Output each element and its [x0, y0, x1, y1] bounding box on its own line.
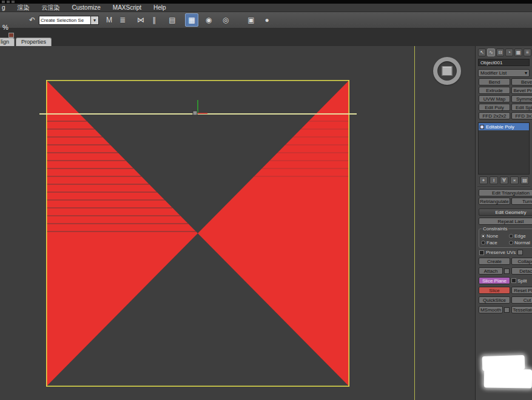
- constraints-label: Constraints: [482, 226, 508, 232]
- modifier-button-extrude[interactable]: Extrude: [479, 87, 510, 94]
- retriangulate-button[interactable]: Retriangulate: [479, 198, 510, 205]
- modifier-button-ffd2x2x2[interactable]: FFD 2x2x2: [479, 112, 510, 119]
- menu-item-help[interactable]: Help: [153, 4, 166, 11]
- menu-item-cut[interactable]: g: [2, 4, 5, 11]
- command-panel: ↖ ∿ ⊟ ◔ ▦ ≡ Object001 Modifier List ▾ Be…: [475, 46, 532, 400]
- preserve-uvs-checkbox[interactable]: [479, 250, 484, 255]
- modifier-button-ffd3x3x3[interactable]: FFD 3x3x3: [511, 112, 532, 119]
- dropdown-arrow-icon[interactable]: ▾: [91, 16, 99, 25]
- pin-stack-icon[interactable]: ⌖: [479, 176, 488, 184]
- mini-toolbar-icon[interactable]: [8, 33, 14, 38]
- constraint-normal-radio[interactable]: Normal: [509, 240, 532, 245]
- window-icon: [12, 1, 15, 3]
- main-toolbar: ↶ Create Selection Se ▾ M ≣ ⋈ ∥ ▤ ▦ ◉ ◎ …: [0, 12, 532, 28]
- constraints-group: Constraints None Edge Face Normal: [479, 228, 532, 248]
- preserve-uvs-settings-button[interactable]: [517, 250, 523, 255]
- tab-properties[interactable]: Properties: [16, 38, 52, 46]
- msmooth-button[interactable]: MSmooth: [479, 306, 503, 313]
- window-icon: [7, 1, 10, 3]
- create-tab-icon[interactable]: ↖: [478, 48, 486, 56]
- radio-icon: [509, 241, 513, 245]
- edit-geometry-rollout-header[interactable]: Edit Geometry: [479, 208, 532, 216]
- named-selection-set-dropdown[interactable]: Create Selection Se: [39, 16, 91, 25]
- motion-tab-icon[interactable]: ◔: [505, 48, 513, 56]
- editable-poly-object[interactable]: [46, 80, 349, 387]
- msmooth-settings-button[interactable]: [504, 307, 510, 313]
- attach-list-button[interactable]: [504, 268, 510, 274]
- make-unique-icon[interactable]: ∀: [500, 176, 508, 184]
- secondary-bar: % lign Properties: [0, 28, 532, 46]
- censored-watermark: [484, 368, 532, 388]
- slice-plane-button[interactable]: Slice Plane: [479, 277, 510, 284]
- turn-button[interactable]: Turn: [511, 198, 532, 205]
- create-button[interactable]: Create: [479, 258, 510, 265]
- radio-icon: [509, 234, 513, 238]
- menu-item-render[interactable]: 渲染: [18, 4, 30, 12]
- tab-align[interactable]: lign: [0, 38, 15, 46]
- schematic-view-icon[interactable]: ≣: [116, 13, 129, 27]
- constraint-face-radio[interactable]: Face: [481, 240, 509, 245]
- attach-button[interactable]: Attach: [479, 267, 503, 275]
- perspective-viewport[interactable]: [0, 46, 475, 400]
- viewport-layout-icon[interactable]: ▦: [185, 13, 198, 27]
- modifier-list-label: Modifier List: [480, 70, 507, 76]
- remove-modifier-icon[interactable]: ×: [510, 176, 519, 184]
- constraint-none-radio[interactable]: None: [481, 233, 509, 239]
- undo-icon[interactable]: ↶: [25, 13, 39, 27]
- material-editor-icon[interactable]: ◉: [202, 13, 215, 27]
- tessellate-button[interactable]: Tessellate: [511, 306, 532, 313]
- chevron-down-icon: ▾: [525, 70, 527, 76]
- preserve-uvs-row: Preserve UVs: [476, 250, 532, 255]
- stack-item-label: Editable Poly: [486, 124, 514, 130]
- modifier-button-bevel-profile[interactable]: Bevel Profile: [511, 87, 532, 94]
- modify-tab-icon[interactable]: ∿: [487, 48, 495, 56]
- configure-modifier-sets-icon[interactable]: ▤: [520, 176, 529, 184]
- cut-button[interactable]: Cut: [511, 296, 532, 304]
- layer-manager-icon[interactable]: ▤: [166, 13, 179, 27]
- show-end-result-icon[interactable]: I: [490, 176, 498, 184]
- menu-item-maxscript[interactable]: MAXScript: [113, 4, 141, 11]
- rendered-frame-icon[interactable]: ▣: [244, 13, 258, 27]
- mirror-icon[interactable]: ⋈: [134, 13, 147, 27]
- constraint-edge-radio[interactable]: Edge: [509, 233, 532, 239]
- viewport-navigation-ring[interactable]: [433, 57, 461, 85]
- modifier-button-bend[interactable]: Bend: [479, 78, 510, 85]
- navigation-center-button[interactable]: [442, 66, 453, 76]
- radio-label: Edge: [514, 233, 526, 239]
- modifier-list-dropdown[interactable]: Modifier List ▾: [478, 69, 530, 77]
- modifier-stack: Editable Poly: [478, 122, 530, 175]
- window-icon: [2, 1, 5, 3]
- stack-toolbar: ⌖ I ∀ × ▤: [476, 175, 532, 185]
- slice-button[interactable]: Slice: [479, 287, 510, 294]
- viewport-splitter[interactable]: [414, 46, 415, 400]
- preserve-uvs-label: Preserve UVs: [486, 250, 516, 255]
- render-icon[interactable]: ●: [260, 13, 274, 27]
- collapse-button[interactable]: Collapse: [511, 258, 532, 265]
- repeat-last-button[interactable]: Repeat Last: [479, 218, 532, 225]
- render-setup-icon[interactable]: ◎: [219, 13, 232, 27]
- modifier-button-edit-poly[interactable]: Edit Poly: [479, 104, 510, 111]
- detach-button[interactable]: Detach: [511, 267, 532, 275]
- modifier-button-bevel[interactable]: Bevel: [511, 78, 532, 85]
- hierarchy-tab-icon[interactable]: ⊟: [496, 48, 504, 56]
- edit-triangulation-button[interactable]: Edit Triangulation: [479, 189, 532, 196]
- curve-editor-icon[interactable]: M: [103, 13, 116, 27]
- align-icon[interactable]: ∥: [147, 13, 161, 27]
- utilities-tab-icon[interactable]: ≡: [524, 48, 531, 56]
- split-checkbox[interactable]: [511, 278, 516, 283]
- object-name-field[interactable]: Object001: [478, 59, 530, 66]
- modifier-button-edit-spline[interactable]: Edit Spline: [511, 104, 532, 111]
- radio-icon: [481, 241, 485, 245]
- menu-item-customize[interactable]: Customize: [72, 4, 101, 11]
- quickslice-button[interactable]: QuickSlice: [479, 296, 510, 304]
- transform-axis-gizmo: [189, 97, 211, 116]
- split-label: Split: [517, 278, 527, 284]
- modifier-button-uvw-map[interactable]: UVW Map: [479, 95, 510, 102]
- menu-item-cloud-render[interactable]: 云渲染: [42, 4, 60, 12]
- stack-item-editable-poly[interactable]: Editable Poly: [479, 123, 529, 130]
- display-tab-icon[interactable]: ▦: [514, 48, 522, 56]
- modifier-button-symmetry[interactable]: Symmetry: [511, 95, 532, 102]
- reset-plane-button[interactable]: Reset Plane: [511, 287, 532, 294]
- radio-label: None: [487, 233, 498, 239]
- percent-snap-icon[interactable]: %: [2, 24, 8, 31]
